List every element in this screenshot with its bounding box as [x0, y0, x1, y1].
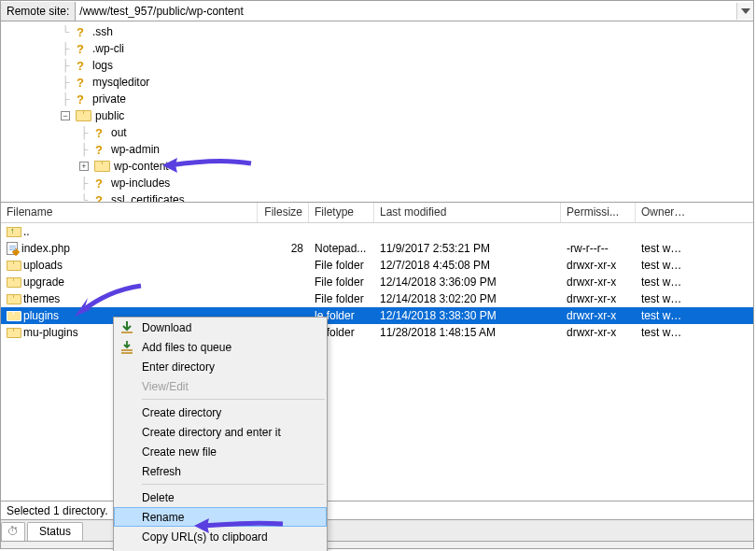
unknown-icon: ?: [74, 42, 87, 55]
col-filename[interactable]: Filename: [1, 203, 258, 222]
svg-rect-2: [121, 349, 133, 351]
download-icon: [119, 320, 134, 335]
add-queue-icon: [119, 340, 134, 355]
tree-node-mysqleditor[interactable]: ├?mysqleditor: [57, 74, 753, 91]
ctx-create-dir[interactable]: Create directory: [114, 403, 327, 422]
ctx-rename[interactable]: Rename: [114, 507, 327, 527]
unknown-icon: ?: [74, 92, 87, 106]
ctx-delete[interactable]: Delete: [114, 487, 327, 507]
folder-icon: [7, 277, 20, 288]
tree-node-wpcontent[interactable]: + wp-content: [76, 158, 753, 175]
folder-icon: [7, 294, 20, 304]
tab-queue-icon[interactable]: ⏱: [1, 522, 25, 541]
unknown-icon: ?: [74, 59, 87, 72]
row-folder-themes[interactable]: themes File folder 12/14/2018 3:02:20 PM…: [1, 290, 753, 307]
col-owner[interactable]: Owner/G...: [636, 203, 692, 222]
row-folder-upgrade[interactable]: upgrade File folder 12/14/2018 3:36:09 P…: [1, 274, 753, 290]
col-permissions[interactable]: Permissi...: [561, 203, 636, 222]
ctx-separator: [142, 399, 325, 400]
col-filesize[interactable]: Filesize: [258, 203, 309, 222]
ctx-create-file[interactable]: Create new file: [114, 442, 327, 461]
tree-node-private[interactable]: ├?private: [57, 91, 753, 107]
col-filetype[interactable]: Filetype: [309, 203, 374, 222]
folder-icon: [94, 161, 108, 172]
col-modified[interactable]: Last modified: [374, 203, 561, 222]
ctx-separator: [142, 484, 325, 485]
svg-rect-3: [121, 352, 133, 354]
remote-site-label: Remote site:: [1, 2, 76, 21]
list-header: Filename Filesize Filetype Last modified…: [1, 203, 753, 223]
row-folder-uploads[interactable]: uploads File folder 12/7/2018 4:45:08 PM…: [1, 257, 753, 274]
svg-rect-1: [121, 332, 133, 333]
collapse-icon[interactable]: −: [61, 111, 70, 120]
ctx-file-permissions[interactable]: File permissions...: [114, 546, 327, 551]
file-icon: [7, 242, 18, 255]
unknown-icon: ?: [92, 177, 105, 190]
ctx-refresh[interactable]: Refresh: [114, 461, 327, 481]
ctx-create-dir-enter[interactable]: Create directory and enter it: [114, 422, 327, 442]
unknown-icon: ?: [74, 25, 87, 38]
context-menu: Download Add files to queue Enter direct…: [113, 317, 328, 551]
tab-status[interactable]: Status: [27, 522, 83, 541]
ctx-view-edit: View/Edit: [114, 376, 327, 396]
tree-node-public[interactable]: − public: [57, 107, 753, 124]
folder-icon: [7, 261, 20, 271]
expand-icon[interactable]: +: [79, 162, 89, 171]
unknown-icon: ?: [92, 126, 105, 139]
ctx-add-queue[interactable]: Add files to queue: [114, 337, 327, 357]
row-parent-dir[interactable]: ..: [1, 223, 753, 240]
folder-icon: [7, 328, 20, 338]
ctx-download[interactable]: Download: [114, 318, 327, 337]
remote-path-dropdown[interactable]: [736, 3, 753, 20]
row-file-index[interactable]: index.php 28 Notepad... 11/9/2017 2:53:2…: [1, 240, 753, 257]
remote-path-input[interactable]: [76, 3, 736, 20]
unknown-icon: ?: [92, 143, 105, 156]
tree-node-sslcert[interactable]: └?ssl_certificates: [76, 191, 753, 203]
ctx-enter-dir[interactable]: Enter directory: [114, 357, 327, 376]
unknown-icon: ?: [74, 76, 87, 89]
tree-node-wpadmin[interactable]: ├?wp-admin: [76, 141, 753, 158]
queue-icon: ⏱: [7, 525, 19, 538]
ctx-copy-url[interactable]: Copy URL(s) to clipboard: [114, 527, 327, 546]
folder-icon: [7, 311, 20, 321]
tree-node-ssh[interactable]: └?.ssh: [57, 23, 753, 40]
remote-site-bar: Remote site:: [1, 1, 753, 21]
unknown-icon: ?: [92, 193, 105, 203]
tree-node-out[interactable]: ├?out: [76, 124, 753, 141]
tree-node-logs[interactable]: ├?logs: [57, 57, 753, 74]
svg-marker-0: [741, 8, 750, 14]
parent-dir-icon: [7, 226, 20, 237]
remote-tree[interactable]: └?.ssh ├?.wp-cli ├?logs ├?mysqleditor ├?…: [1, 21, 753, 203]
tree-node-wpincludes[interactable]: ├?wp-includes: [76, 175, 753, 191]
folder-icon: [76, 110, 90, 121]
tree-node-wpcli[interactable]: ├?.wp-cli: [57, 40, 753, 57]
